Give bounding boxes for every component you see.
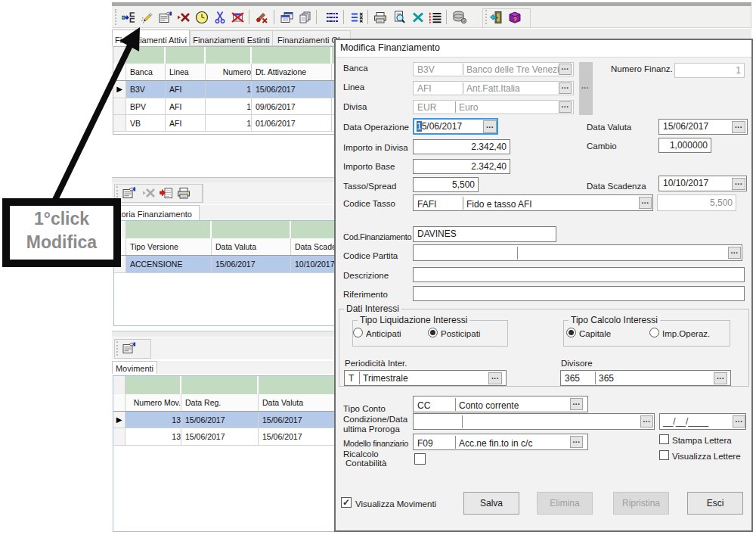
svg-text:?: ? [513, 16, 517, 23]
